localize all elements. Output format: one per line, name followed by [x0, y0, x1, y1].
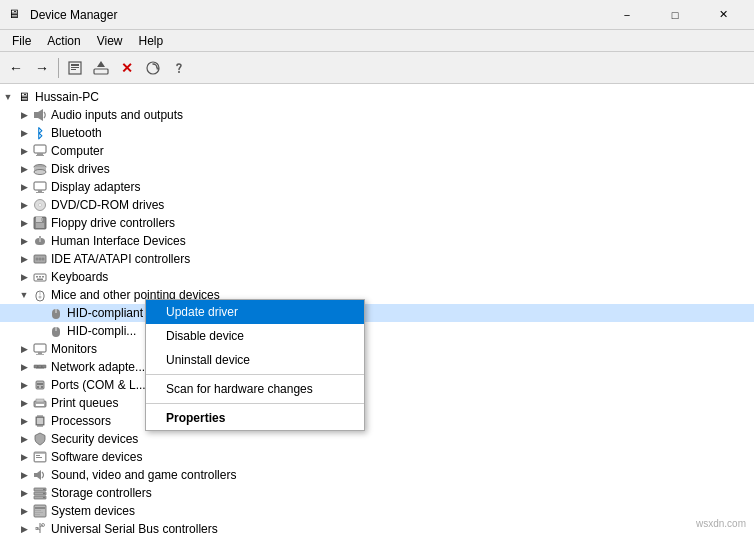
- toolbar-back[interactable]: ←: [4, 56, 28, 80]
- storage-icon: [32, 485, 48, 501]
- expand-sound[interactable]: ▶: [16, 466, 32, 484]
- expand-display[interactable]: ▶: [16, 178, 32, 196]
- expand-monitors[interactable]: ▶: [16, 340, 32, 358]
- tree-item-usb[interactable]: ▶ Universal Serial Bus controllers: [0, 520, 754, 533]
- expand-software[interactable]: ▶: [16, 448, 32, 466]
- menu-file[interactable]: File: [4, 32, 39, 50]
- proc-label: Processors: [51, 414, 111, 428]
- title-bar: 🖥 Device Manager − □ ✕: [0, 0, 754, 30]
- tree-item-hid-mouse-2[interactable]: ▶ HID-compli...: [0, 322, 754, 340]
- svg-rect-84: [35, 510, 41, 511]
- security-icon: [32, 431, 48, 447]
- tree-item-print[interactable]: ▶ Print queues: [0, 394, 754, 412]
- tree-item-system[interactable]: ▶ System devices: [0, 502, 754, 520]
- expand-usb[interactable]: ▶: [16, 520, 32, 533]
- expand-proc[interactable]: ▶: [16, 412, 32, 430]
- svg-point-81: [43, 497, 45, 499]
- tree-item-hid[interactable]: ▶ Human Interface Devices: [0, 232, 754, 250]
- svg-point-56: [41, 383, 43, 385]
- tree-item-display[interactable]: ▶ Display adapters: [0, 178, 754, 196]
- svg-rect-48: [34, 365, 38, 368]
- svg-rect-49: [38, 365, 42, 368]
- toolbar-uninstall[interactable]: ✕: [115, 56, 139, 80]
- svg-rect-50: [42, 365, 46, 368]
- expand-mice[interactable]: ▼: [16, 286, 32, 304]
- tree-item-bluetooth[interactable]: ▶ ᛒ Bluetooth: [0, 124, 754, 142]
- expand-ide[interactable]: ▶: [16, 250, 32, 268]
- tree-item-ports[interactable]: ▶ Ports (COM & L...: [0, 376, 754, 394]
- expand-storage[interactable]: ▶: [16, 484, 32, 502]
- ctx-uninstall-device[interactable]: Uninstall device: [146, 348, 364, 372]
- sound-label: Sound, video and game controllers: [51, 468, 236, 482]
- toolbar-update-driver[interactable]: [89, 56, 113, 80]
- ctx-properties[interactable]: Properties: [146, 406, 364, 430]
- app-icon: 🖥: [8, 7, 24, 23]
- svg-rect-63: [37, 418, 43, 424]
- expand-hid[interactable]: ▶: [16, 232, 32, 250]
- hid-icon: [32, 233, 48, 249]
- tree-item-network[interactable]: ▶ Network adapte...: [0, 358, 754, 376]
- svg-rect-25: [36, 223, 44, 228]
- tree-item-monitors[interactable]: ▶ Monitors: [0, 340, 754, 358]
- svg-rect-17: [34, 182, 46, 190]
- expand-root[interactable]: ▼: [0, 88, 16, 106]
- expand-dvd[interactable]: ▶: [16, 196, 32, 214]
- toolbar-help[interactable]: [167, 56, 191, 80]
- tree-item-mice[interactable]: ▼ Mice and other pointing devices: [0, 286, 754, 304]
- expand-disk[interactable]: ▶: [16, 160, 32, 178]
- audio-label: Audio inputs and outputs: [51, 108, 183, 122]
- expand-security[interactable]: ▶: [16, 430, 32, 448]
- tree-root[interactable]: ▼ 🖥 Hussain-PC: [0, 88, 754, 106]
- tree-item-keyboard[interactable]: ▶ Keyboards: [0, 268, 754, 286]
- expand-ports[interactable]: ▶: [16, 376, 32, 394]
- tree-item-sound[interactable]: ▶ Sound, video and game controllers: [0, 466, 754, 484]
- context-menu: Update driver Disable device Uninstall d…: [145, 299, 365, 431]
- svg-rect-9: [34, 112, 38, 118]
- menu-action[interactable]: Action: [39, 32, 88, 50]
- svg-rect-13: [36, 155, 44, 156]
- tree-item-storage[interactable]: ▶ Storage controllers: [0, 484, 754, 502]
- toolbar-scan[interactable]: [141, 56, 165, 80]
- svg-rect-37: [37, 279, 43, 281]
- maximize-button[interactable]: □: [652, 0, 698, 30]
- tree-item-computer[interactable]: ▶ Computer: [0, 142, 754, 160]
- tree-item-floppy[interactable]: ▶ Floppy drive controllers: [0, 214, 754, 232]
- toolbar-forward[interactable]: →: [30, 56, 54, 80]
- expand-computer[interactable]: ▶: [16, 142, 32, 160]
- menu-view[interactable]: View: [89, 32, 131, 50]
- expand-audio[interactable]: ▶: [16, 106, 32, 124]
- expand-keyboard[interactable]: ▶: [16, 268, 32, 286]
- tree-item-hid-mouse-1[interactable]: ▶ HID-compliant mouse: [0, 304, 754, 322]
- tree-item-audio[interactable]: ▶ Audio inputs and outputs: [0, 106, 754, 124]
- tree-item-ide[interactable]: ▶ IDE ATA/ATAPI controllers: [0, 250, 754, 268]
- svg-point-30: [36, 258, 39, 261]
- expand-network[interactable]: ▶: [16, 358, 32, 376]
- tree-item-disk[interactable]: ▶ Disk drives: [0, 160, 754, 178]
- expand-floppy[interactable]: ▶: [16, 214, 32, 232]
- menu-help[interactable]: Help: [131, 32, 172, 50]
- close-button[interactable]: ✕: [700, 0, 746, 30]
- tree-item-software[interactable]: ▶ Software devices: [0, 448, 754, 466]
- hid-label: Human Interface Devices: [51, 234, 186, 248]
- expand-system[interactable]: ▶: [16, 502, 32, 520]
- system-icon: [32, 503, 48, 519]
- tree-item-dvd[interactable]: ▶ DVD/CD-ROM drives: [0, 196, 754, 214]
- tree-view[interactable]: ▼ 🖥 Hussain-PC ▶ Audio inputs and output…: [0, 84, 754, 533]
- expand-print[interactable]: ▶: [16, 394, 32, 412]
- expand-bluetooth[interactable]: ▶: [16, 124, 32, 142]
- svg-point-80: [43, 493, 45, 495]
- menu-bar: File Action View Help: [0, 30, 754, 52]
- ctx-update-driver[interactable]: Update driver: [146, 300, 364, 324]
- print-icon: [32, 395, 48, 411]
- ctx-scan-hardware[interactable]: Scan for hardware changes: [146, 377, 364, 401]
- toolbar-properties[interactable]: [63, 56, 87, 80]
- minimize-button[interactable]: −: [604, 0, 650, 30]
- dvd-icon: [32, 197, 48, 213]
- tree-item-security[interactable]: ▶ Security devices: [0, 430, 754, 448]
- proc-icon: [32, 413, 48, 429]
- svg-rect-35: [39, 276, 41, 278]
- tree-item-proc[interactable]: ▶ Processors: [0, 412, 754, 430]
- svg-rect-24: [41, 218, 43, 221]
- computer-label: Computer: [51, 144, 104, 158]
- ctx-disable-device[interactable]: Disable device: [146, 324, 364, 348]
